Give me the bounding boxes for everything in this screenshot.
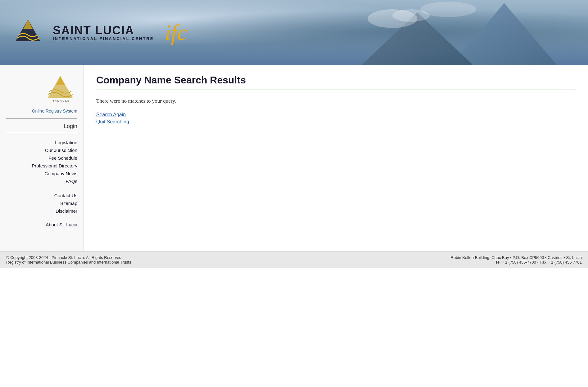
footer: © Copyright 2008-2024 - Pinnacle St. Luc… (0, 251, 588, 268)
sidebar-item-company-news[interactable]: Company News (44, 170, 77, 177)
sidebar-registry-link[interactable]: Online Registry System (32, 109, 77, 113)
footer-registry-info: Registry of International Business Compa… (6, 260, 131, 265)
footer-right: Robin Kelton Building, Choc Bay • P.O. B… (451, 255, 582, 265)
header: SAINT LUCIA INTERNATIONAL FINANCIAL CENT… (0, 0, 588, 65)
sidebar-secondary-nav: Contact Us Sitemap Disclaimer (6, 192, 77, 214)
svg-marker-8 (56, 76, 65, 85)
svg-point-4 (420, 2, 476, 17)
content-body: Company Name Search Results There were n… (84, 65, 588, 134)
sidebar-login-link[interactable]: Login (64, 123, 77, 130)
sidebar-divider-1 (6, 118, 77, 118)
title-underline (96, 90, 576, 90)
sidebar-item-professional-directory[interactable]: Professional Directory (32, 162, 77, 169)
footer-contact: Tel: +1 (758) 455-7700 • Fax: +1 (758) 4… (451, 260, 582, 265)
sidebar-item-disclaimer[interactable]: Disclaimer (56, 208, 77, 214)
main-container: PINNACLE ST. LUCIA Online Registry Syste… (0, 65, 588, 251)
sidebar-item-faqs[interactable]: FAQs (66, 178, 77, 185)
sidebar-item-about[interactable]: About St. Lucia (46, 222, 77, 227)
search-links: Search Again Quit Searching (96, 112, 576, 125)
brand-name: SAINT LUCIA (53, 24, 154, 36)
quit-searching-link[interactable]: Quit Searching (96, 119, 576, 125)
sidebar-item-contact-us[interactable]: Contact Us (54, 192, 77, 199)
header-logo: SAINT LUCIA INTERNATIONAL FINANCIAL CENT… (9, 18, 187, 47)
search-again-link[interactable]: Search Again (96, 112, 576, 118)
sidebar-primary-nav: Legislation Our Jurisdiction Fee Schedul… (6, 139, 77, 185)
ifc-logo: ifc (165, 21, 187, 44)
pinnacle-logo: PINNACLE ST. LUCIA (43, 74, 77, 102)
content-area: Company Name Search Results There were n… (84, 65, 588, 251)
sidebar-divider-2 (6, 133, 77, 133)
no-matches-message: There were no matches to your query. (96, 98, 576, 104)
pinnacle-logo-icon: PINNACLE ST. LUCIA (43, 74, 77, 102)
sidebar-item-fee-schedule[interactable]: Fee Schedule (48, 155, 77, 161)
sidebar-item-our-jurisdiction[interactable]: Our Jurisdiction (45, 147, 77, 153)
svg-text:PINNACLE: PINNACLE (51, 99, 70, 102)
header-mountains (355, 0, 588, 65)
svg-marker-6 (23, 20, 33, 29)
footer-address: Robin Kelton Building, Choc Bay • P.O. B… (451, 255, 582, 260)
brand-subtitle: INTERNATIONAL FINANCIAL CENTRE (53, 36, 154, 41)
sidebar-item-legislation[interactable]: Legislation (55, 139, 77, 146)
page-title: Company Name Search Results (96, 74, 576, 86)
footer-left: © Copyright 2008-2024 - Pinnacle St. Luc… (6, 255, 131, 265)
site-logo-icon (9, 18, 47, 46)
footer-copyright: © Copyright 2008-2024 - Pinnacle St. Luc… (6, 255, 131, 260)
sidebar-item-sitemap[interactable]: Sitemap (60, 200, 77, 207)
sidebar: PINNACLE ST. LUCIA Online Registry Syste… (0, 65, 84, 251)
